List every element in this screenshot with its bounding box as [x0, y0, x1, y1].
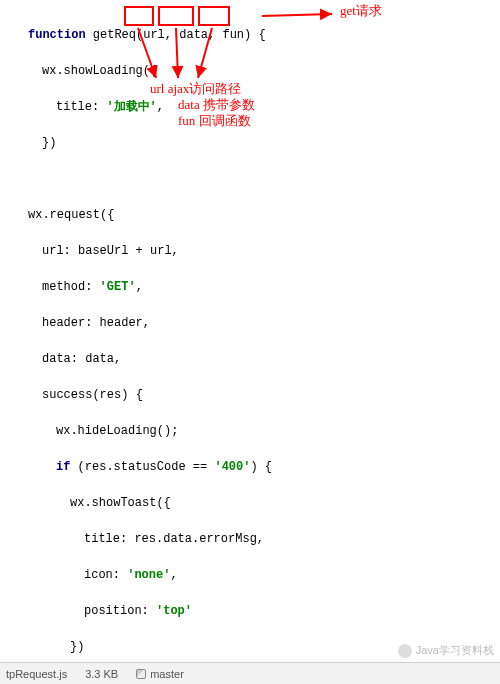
code-line: function getReq(url, data, fun) {: [14, 26, 498, 44]
status-file[interactable]: tpRequest.js: [6, 668, 67, 680]
code-line: wx.showLoading({: [14, 62, 498, 80]
code-line: wx.request({: [14, 206, 498, 224]
branch-icon: [136, 669, 146, 679]
code-line: title: '加载中',: [14, 98, 498, 116]
status-bar: tpRequest.js 3.3 KB master: [0, 662, 500, 684]
code-line: if (res.statusCode == '400') {: [14, 458, 498, 476]
code-line: [14, 170, 498, 188]
code-line: url: baseUrl + url,: [14, 242, 498, 260]
code-line: title: res.data.errorMsg,: [14, 530, 498, 548]
status-size: 3.3 KB: [85, 668, 118, 680]
code-line: icon: 'none',: [14, 566, 498, 584]
code-line: data: data,: [14, 350, 498, 368]
watermark: Java学习资料栈: [398, 643, 494, 658]
code-line: wx.hideLoading();: [14, 422, 498, 440]
code-line: wx.showToast({: [14, 494, 498, 512]
code-line: method: 'GET',: [14, 278, 498, 296]
code-editor[interactable]: function getReq(url, data, fun) { wx.sho…: [0, 0, 500, 684]
code-line: }): [14, 134, 498, 152]
status-branch[interactable]: master: [136, 668, 184, 680]
code-line: header: header,: [14, 314, 498, 332]
code-line: position: 'top': [14, 602, 498, 620]
code-line: success(res) {: [14, 386, 498, 404]
